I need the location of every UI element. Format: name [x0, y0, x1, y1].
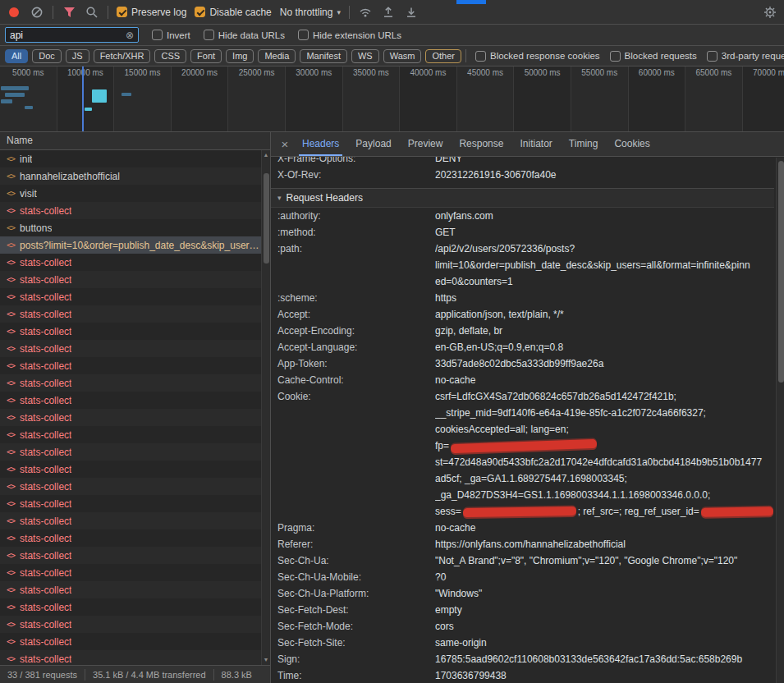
tab-timing[interactable]: Timing — [561, 132, 607, 156]
request-row[interactable]: <>stats-collect — [0, 271, 261, 288]
type-filter-all[interactable]: All — [5, 49, 28, 63]
header-value: en-GB,en-US;q=0.9,en;q=0.8 — [435, 339, 774, 355]
request-row[interactable]: <>stats-collect — [0, 564, 261, 581]
request-row[interactable]: <>stats-collect — [0, 461, 261, 478]
request-row[interactable]: <>stats-collect — [0, 512, 261, 529]
header-value-text: en-GB,en-US;q=0.9,en;q=0.8 — [435, 339, 563, 355]
request-row[interactable]: <>stats-collect — [0, 340, 261, 357]
throttling-select[interactable]: No throttling ▾ — [280, 7, 341, 18]
request-row[interactable]: <>stats-collect — [0, 633, 261, 650]
request-row[interactable]: <>stats-collect — [0, 495, 261, 512]
request-row[interactable]: <>stats-collect — [0, 650, 261, 665]
tab-payload[interactable]: Payload — [347, 132, 399, 156]
type-filter-fetch-xhr[interactable]: Fetch/XHR — [94, 49, 151, 63]
right-scrollbar[interactable] — [776, 158, 784, 683]
request-row[interactable]: <>stats-collect — [0, 288, 261, 305]
filter-input[interactable] — [10, 30, 122, 41]
type-filter-font[interactable]: Font — [190, 49, 222, 63]
scrollbar-track[interactable] — [262, 160, 270, 655]
request-row[interactable]: <>stats-collect — [0, 409, 261, 426]
type-filter-doc[interactable]: Doc — [32, 49, 62, 63]
filter-checkbox-blocked-requests[interactable]: Blocked requests — [610, 51, 697, 62]
header-value: GET — [435, 224, 774, 241]
disable-cache-checkbox[interactable]: Disable cache — [195, 7, 271, 18]
filter-checkbox-3rd-party-requests[interactable]: 3rd-party requests — [707, 51, 784, 62]
hide-data-urls-checkbox[interactable]: Hide data URLs — [204, 30, 285, 40]
gear-icon[interactable] — [763, 5, 777, 20]
record-icon[interactable] — [7, 5, 21, 20]
tab-preview[interactable]: Preview — [400, 132, 452, 156]
export-har-icon[interactable] — [404, 5, 419, 20]
request-row[interactable]: <>stats-collect — [0, 426, 261, 443]
type-filter-wasm[interactable]: Wasm — [383, 49, 422, 63]
hide-extension-urls-checkbox[interactable]: Hide extension URLs — [298, 30, 401, 40]
request-row[interactable]: <>stats-collect — [0, 202, 261, 219]
request-row[interactable]: <>visit — [0, 185, 261, 202]
request-row[interactable]: <>stats-collect — [0, 478, 261, 495]
header-row: Cookie:csrf=LdfcGX4Sa72db06824c657db26a5… — [271, 388, 774, 520]
request-row[interactable]: <>stats-collect — [0, 254, 261, 271]
network-overview[interactable]: 5000 ms10000 ms15000 ms20000 ms25000 ms3… — [0, 66, 784, 132]
name-column-header[interactable]: Name — [0, 132, 270, 150]
request-row[interactable]: <>hannahelizabethofficial — [0, 167, 261, 185]
type-filter-img[interactable]: Img — [226, 49, 254, 63]
tab-initiator[interactable]: Initiator — [511, 132, 560, 156]
preserve-log-checkbox[interactable]: Preserve log — [117, 7, 186, 18]
type-filter-manifest[interactable]: Manifest — [300, 49, 347, 63]
request-row[interactable]: <>stats-collect — [0, 392, 261, 409]
filter-checkbox-blocked-response-cookies[interactable]: Blocked response cookies — [475, 51, 600, 62]
header-name: Pragma: — [277, 520, 435, 536]
left-scrollbar[interactable]: ▲ ▼ — [261, 150, 270, 665]
type-filter-ws[interactable]: WS — [351, 49, 379, 63]
network-conditions-icon[interactable] — [358, 5, 373, 20]
header-value-line: DENY — [435, 157, 774, 167]
filter-icon[interactable] — [62, 5, 76, 20]
header-row: :method:GET — [271, 224, 774, 241]
request-name: stats-collect — [20, 516, 71, 527]
request-row[interactable]: <>stats-collect — [0, 529, 261, 547]
filter-input-wrap: ⊗ — [5, 27, 139, 43]
header-value: 1703636799438 — [435, 667, 774, 683]
request-row[interactable]: <>stats-collect — [0, 616, 261, 633]
clear-icon[interactable] — [30, 5, 44, 20]
type-filter-js[interactable]: JS — [66, 49, 89, 63]
request-row[interactable]: <>stats-collect — [0, 443, 261, 461]
headers-content[interactable]: X-Frame-Options: DENY X-Of-Rev:202312261… — [271, 157, 784, 683]
request-row[interactable]: <>stats-collect — [0, 357, 261, 374]
request-row[interactable]: <>posts?limit=10&order=publish_date_desc… — [0, 236, 261, 254]
request-row[interactable]: <>stats-collect — [0, 374, 261, 392]
clear-filter-icon[interactable]: ⊗ — [126, 30, 134, 40]
request-row[interactable]: <>stats-collect — [0, 547, 261, 564]
request-row[interactable]: <>buttons — [0, 219, 261, 236]
tab-response[interactable]: Response — [451, 132, 511, 156]
checkbox-label: Blocked requests — [625, 51, 697, 61]
header-value-text: https — [435, 290, 456, 306]
request-row[interactable]: <>stats-collect — [0, 598, 261, 616]
waterfall-bar — [5, 93, 25, 97]
request-row[interactable]: <>stats-collect — [0, 323, 261, 340]
tab-cookies[interactable]: Cookies — [606, 132, 658, 156]
script-icon: <> — [7, 327, 15, 336]
type-filter-css[interactable]: CSS — [154, 49, 186, 63]
request-name: stats-collect — [20, 636, 71, 648]
header-name: Sec-Fetch-Dest: — [277, 602, 435, 618]
type-filter-other[interactable]: Other — [425, 49, 461, 63]
request-headers-section[interactable]: ▾ Request Headers — [271, 188, 774, 208]
invert-checkbox[interactable]: Invert — [152, 30, 190, 40]
search-icon[interactable] — [85, 5, 99, 20]
scroll-up-icon[interactable]: ▲ — [264, 150, 269, 160]
type-filter-media[interactable]: Media — [258, 49, 296, 63]
checkbox-icon — [152, 30, 163, 40]
request-row[interactable]: <>init — [0, 150, 261, 167]
tab-headers[interactable]: Headers — [294, 132, 347, 156]
import-har-icon[interactable] — [381, 5, 396, 20]
scrollbar-thumb[interactable] — [264, 173, 269, 264]
close-icon[interactable]: × — [276, 137, 294, 151]
scrollbar-thumb[interactable] — [778, 161, 784, 383]
request-row[interactable]: <>stats-collect — [0, 581, 261, 598]
header-name: X-Frame-Options: — [277, 157, 435, 167]
scroll-down-icon[interactable]: ▼ — [264, 655, 269, 665]
request-row[interactable]: <>stats-collect — [0, 305, 261, 323]
header-name: Accept: — [277, 306, 435, 323]
checkbox-icon — [707, 51, 718, 62]
